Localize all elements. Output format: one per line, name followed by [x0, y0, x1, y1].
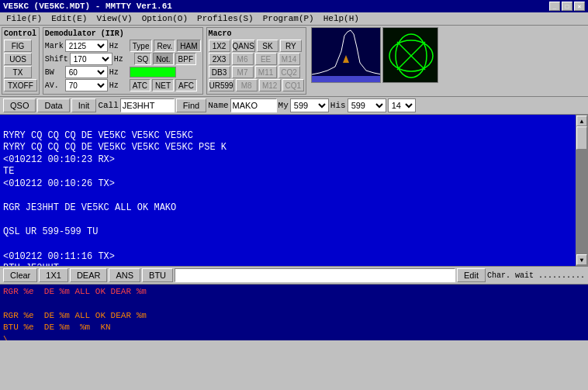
mark-hz: Hz [109, 42, 128, 50]
macro-m8[interactable]: M8 [236, 79, 258, 91]
call-label: Call [98, 101, 118, 110]
sub-line-3: RGR %e DE %m ALL OK DEAR %m [3, 310, 585, 322]
my-select[interactable]: 599 579 [290, 98, 329, 112]
my-label: My [278, 101, 289, 110]
av-hz: Hz [109, 81, 128, 90]
tx-button[interactable]: TX [4, 66, 32, 78]
demod-title: Demodulator (IIR) [45, 29, 201, 38]
sq-button[interactable]: SQ [134, 53, 151, 65]
his-select[interactable]: 599 579 [348, 98, 386, 112]
macro-m6[interactable]: M6 [232, 53, 254, 65]
name-label: Name [208, 101, 228, 110]
call-input[interactable] [120, 98, 175, 112]
bpf-button[interactable]: BPF [175, 53, 196, 65]
net-button[interactable]: NET [152, 79, 174, 91]
sub-line-5: \ [3, 334, 585, 340]
macro-cq1[interactable]: CQ1 [282, 79, 304, 91]
macro-ur599[interactable]: UR599 [209, 79, 234, 91]
window-title: VE5KC (VE5KC.MDT) - MMTTY Ver1.61 [3, 2, 172, 11]
dear-button[interactable]: DEAR [70, 268, 108, 282]
macro-m11[interactable]: M11 [255, 66, 277, 78]
bottom-toolbar: Clear 1X1 DEAR ANS BTU Edit Char. wait .… [0, 266, 588, 285]
maximize-button[interactable]: □ [562, 2, 572, 11]
clear-button[interactable]: Clear [3, 268, 37, 282]
demodulator-group: Demodulator (IIR) Mark 2125 1275 Hz Type… [43, 27, 203, 95]
close-button[interactable]: × [574, 2, 585, 11]
menu-program[interactable]: Program(P) [258, 13, 319, 24]
shift-hz: Hz [114, 55, 133, 64]
mark-select[interactable]: 2125 1275 [65, 40, 108, 52]
fig-button[interactable]: FIG [4, 40, 32, 52]
rev-button[interactable]: Rev. [154, 40, 175, 52]
menu-file[interactable]: File(F) [2, 13, 47, 24]
sub-terminal: RGR %e DE %m ALL OK DEAR %m RGR %e DE %m… [0, 285, 588, 340]
macro-group: Macro 1X2 QANS SK RY 2X3 M6 EE M14 DB3 M… [206, 27, 306, 95]
sub-line-1: RGR %e DE %m ALL OK DEAR %m [3, 286, 585, 298]
ham-button[interactable]: HAM [177, 40, 200, 52]
macro-1x2[interactable]: 1X2 [209, 40, 230, 52]
tx-input[interactable] [175, 268, 455, 282]
uos-button[interactable]: UOS [4, 53, 32, 65]
macro-2x3[interactable]: 2X3 [209, 53, 230, 65]
macro-db3[interactable]: DB3 [209, 66, 230, 78]
name-input[interactable] [230, 98, 277, 112]
qso-button[interactable]: QSO [3, 98, 36, 112]
control-group: Control FIG UOS TX TXOFF [2, 27, 40, 95]
shift-label: Shift [45, 55, 68, 64]
minimize-button[interactable]: _ [549, 2, 560, 11]
btu-button[interactable]: BTU [142, 268, 173, 282]
main-terminal-area: RYRY CQ CQ CQ DE VE5KC VE5KC VE5KC RYRY … [0, 115, 588, 266]
window: VE5KC (VE5KC.MDT) - MMTTY Ver1.61 _ □ × … [0, 0, 588, 340]
find-button[interactable]: Find [176, 98, 206, 112]
macro-ee[interactable]: EE [255, 53, 277, 65]
control-title: Control [4, 29, 37, 38]
macro-cq2[interactable]: CQ2 [278, 66, 300, 78]
toolbar-row: QSO Data Init Call Find Name My 599 579 … [0, 97, 588, 115]
nr-select[interactable]: 14 [388, 98, 416, 112]
menu-help[interactable]: Help(H) [319, 13, 364, 24]
scroll-up-button[interactable]: ▲ [576, 116, 587, 126]
edit-button[interactable]: Edit [457, 268, 486, 282]
ans-button[interactable]: ANS [109, 268, 140, 282]
bw-hz: Hz [109, 68, 128, 77]
sub-line-4: BTU %e DE %m %m KN [3, 322, 585, 333]
title-bar: VE5KC (VE5KC.MDT) - MMTTY Ver1.61 _ □ × [0, 0, 588, 12]
bw-label: BW [45, 68, 64, 77]
level-indicator [130, 67, 176, 78]
sub-line-2 [3, 298, 585, 309]
menu-profiles[interactable]: Profiles(S) [192, 13, 258, 24]
scrollbar-thumb[interactable] [576, 126, 587, 150]
macro-m7[interactable]: M7 [232, 66, 254, 78]
macro-m12[interactable]: M12 [259, 79, 281, 91]
svg-marker-0 [343, 55, 349, 63]
bw-select[interactable]: 60 75 [65, 66, 108, 78]
afc-button[interactable]: AFC [175, 79, 197, 91]
macro-m14[interactable]: M14 [278, 53, 300, 65]
shift-select[interactable]: 170 200 425 [70, 53, 112, 65]
macro-title: Macro [209, 29, 304, 38]
mark-label: Mark [45, 42, 64, 50]
title-bar-buttons: _ □ × [549, 2, 585, 11]
data-button[interactable]: Data [37, 98, 69, 112]
init-button[interactable]: Init [71, 98, 97, 112]
av-select[interactable]: 70 80 [65, 79, 108, 91]
1x1-button[interactable]: 1X1 [39, 268, 68, 282]
type-button[interactable]: Type [130, 40, 153, 52]
main-terminal: RYRY CQ CQ CQ DE VE5KC VE5KC VE5KC RYRY … [0, 115, 576, 266]
txoff-button[interactable]: TXOFF [4, 79, 37, 91]
macro-ry[interactable]: RY [280, 40, 302, 52]
top-panel: Control FIG UOS TX TXOFF Demodulator (II… [0, 26, 588, 97]
macro-qans[interactable]: QANS [232, 40, 255, 52]
menu-view[interactable]: View(V) [92, 13, 137, 24]
svg-rect-1 [312, 76, 381, 83]
scroll-down-button[interactable]: ▼ [576, 254, 587, 265]
fft-scope [311, 27, 381, 83]
macro-sk[interactable]: SK [257, 40, 278, 52]
his-label: His [330, 101, 346, 110]
scrollbar-track [576, 126, 587, 254]
menu-edit[interactable]: Edit(E) [47, 13, 92, 24]
atc-button[interactable]: ATC [130, 79, 150, 91]
menu-option[interactable]: Option(O) [137, 13, 192, 24]
menu-bar: File(F) Edit(E) View(V) Option(O) Profil… [0, 12, 588, 26]
not-button[interactable]: Not. [153, 53, 173, 65]
